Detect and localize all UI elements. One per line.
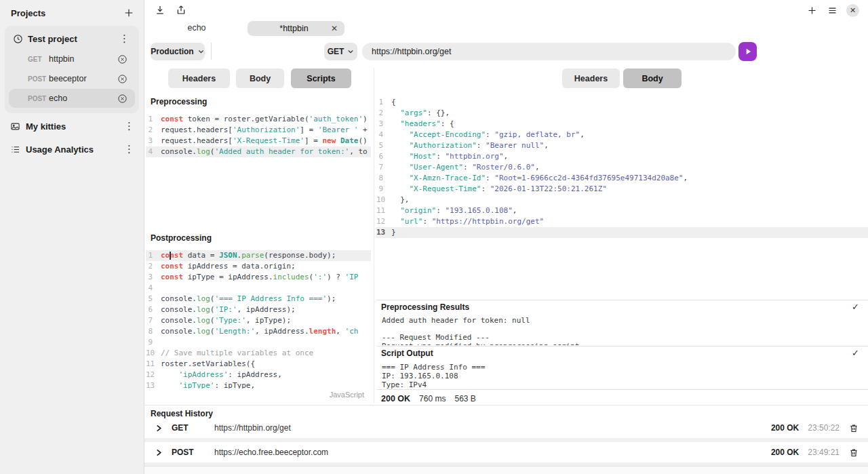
tab-response-body[interactable]: Body xyxy=(623,68,682,88)
project-items: GEThttpbinPOSTbeeceptorPOSTecho xyxy=(7,50,137,108)
list-icon xyxy=(10,144,20,155)
remove-request-button[interactable] xyxy=(116,73,129,85)
code-token: log xyxy=(197,327,210,336)
delete-history-button[interactable] xyxy=(849,423,859,433)
code-line: 11 "origin": "193.165.0.108", xyxy=(376,205,868,216)
console-line: Added auth header for token: null xyxy=(382,317,868,325)
code-text: request.headers['Authorization'] = 'Bear… xyxy=(161,125,368,134)
upload-icon xyxy=(176,5,186,16)
line-number: 11 xyxy=(376,205,391,216)
tab-response-headers[interactable]: Headers xyxy=(562,68,620,88)
sidebar-item-echo[interactable]: POSTecho xyxy=(9,89,135,108)
history-method: POST xyxy=(172,448,205,457)
script-output-section: Script Output ✓ === IP Address Info ===I… xyxy=(376,346,868,389)
section-menu-button[interactable]: ⋮ xyxy=(123,121,136,132)
line-number: 6 xyxy=(376,151,391,162)
close-icon: ✕ xyxy=(331,24,338,33)
line-number: 1 xyxy=(146,114,161,125)
request-name: beeceptor xyxy=(49,74,116,83)
code-line: 3 "headers": { xyxy=(376,119,868,130)
code-line: 4 "Accept-Encoding": "gzip, deflate, br"… xyxy=(376,130,868,140)
export-button[interactable] xyxy=(174,3,188,17)
code-token: const xyxy=(161,251,183,260)
import-button[interactable] xyxy=(153,3,167,17)
expand-toggle[interactable] xyxy=(155,448,163,457)
code-token: }, xyxy=(391,195,410,204)
line-number: 7 xyxy=(146,315,161,326)
code-text: { xyxy=(391,98,396,106)
pane-divider[interactable] xyxy=(374,68,374,403)
tab-close-button[interactable]: ✕ xyxy=(331,24,344,33)
request-name: echo xyxy=(49,94,116,103)
line-number: 5 xyxy=(376,140,391,151)
postprocessing-editor[interactable]: 1const data = JSON.parse(response.body);… xyxy=(146,250,371,389)
code-token: ipAddress = data.origin; xyxy=(183,262,296,271)
add-project-button[interactable] xyxy=(122,6,136,20)
code-token: 'Added auth header for token:' xyxy=(214,147,349,156)
code-line: 7 "User-Agent": "Roster/0.6.0", xyxy=(376,162,868,173)
close-window-button[interactable]: ✕ xyxy=(846,4,859,17)
code-token: const xyxy=(161,273,183,281)
preprocessing-results-section: Preprocessing Results ✓ Added auth heade… xyxy=(376,300,868,345)
code-token: "https://httpbin.org/get" xyxy=(432,217,545,226)
expand-toggle[interactable] xyxy=(155,424,163,433)
preprocessing-editor[interactable]: 1const token = roster.getVariable('auth_… xyxy=(146,114,371,157)
method-dropdown[interactable]: GET xyxy=(324,43,357,60)
line-number: 4 xyxy=(146,146,161,157)
line-number: 4 xyxy=(376,130,391,140)
send-button[interactable] xyxy=(738,42,757,61)
tab-request-body[interactable]: Body xyxy=(236,68,284,88)
line-number: 9 xyxy=(146,337,161,348)
code-line: 3const ipType = ipAddress.includes(':') … xyxy=(146,272,371,283)
response-body-viewer[interactable]: 1{2 "args": {},3 "headers": {4 "Accept-E… xyxy=(376,97,868,238)
history-row[interactable]: POSThttps://echo.free.beeceptor.com200 O… xyxy=(144,442,868,462)
code-token: "193.165.0.108" xyxy=(445,206,512,215)
code-text: // Save multiple variables at once xyxy=(161,349,313,357)
code-token xyxy=(161,381,179,389)
tab-httpbin[interactable]: *httpbin ✕ xyxy=(248,21,344,36)
code-token: "Authorization" xyxy=(410,141,477,150)
sidebar-section-my-kitties[interactable]: My kitties⋮ xyxy=(0,115,144,138)
code-token: : xyxy=(436,152,445,161)
code-token: : xyxy=(436,206,445,215)
sidebar-item-httpbin[interactable]: GEThttpbin xyxy=(9,50,135,68)
remove-request-button[interactable] xyxy=(116,53,129,66)
code-token: ) xyxy=(363,115,368,123)
preprocessing-results-header: Preprocessing Results ✓ xyxy=(376,300,868,313)
line-number: 13 xyxy=(146,380,161,389)
code-token xyxy=(391,141,410,150)
history-row[interactable]: GEThttps://httpbin.org/get200 OK23:50:22 xyxy=(144,418,868,438)
trash-icon xyxy=(849,423,859,433)
sidebar-section-usage-analytics[interactable]: Usage Analytics⋮ xyxy=(0,138,144,161)
code-line: 2request.headers['Authorization'] = 'Bea… xyxy=(146,125,371,136)
code-token: 'X-Request-Time' xyxy=(233,136,304,145)
main-toolbar: ✕ xyxy=(144,0,868,20)
project-menu-button[interactable]: ⋮ xyxy=(118,33,131,44)
code-token xyxy=(391,163,410,172)
environment-dropdown[interactable]: Production xyxy=(151,43,205,60)
section-label: Usage Analytics xyxy=(26,144,117,155)
project-header[interactable]: Test project ⋮ xyxy=(7,28,137,49)
console-line: --- Request Modified --- xyxy=(382,334,868,342)
trash-icon xyxy=(849,448,859,458)
sidebar-item-beeceptor[interactable]: POSTbeeceptor xyxy=(9,69,135,88)
code-token: parse xyxy=(241,251,264,260)
code-token xyxy=(391,174,410,182)
section-menu-button[interactable]: ⋮ xyxy=(123,144,136,155)
delete-history-button[interactable] xyxy=(849,448,859,458)
tab-echo[interactable]: echo xyxy=(163,20,231,35)
remove-request-button[interactable] xyxy=(116,92,129,105)
tab-request-headers[interactable]: Headers xyxy=(168,68,230,88)
check-icon: ✓ xyxy=(852,302,859,312)
code-line: 7console.log('Type:', ipType); xyxy=(146,315,371,326)
remove-circle-icon xyxy=(117,94,127,104)
menu-button[interactable] xyxy=(826,4,839,17)
new-tab-button[interactable] xyxy=(806,4,818,17)
code-token: 'IP:' xyxy=(214,305,237,314)
code-token: "origin" xyxy=(400,206,436,215)
url-input[interactable] xyxy=(362,43,736,60)
line-number: 10 xyxy=(146,348,161,359)
tab-request-scripts[interactable]: Scripts xyxy=(291,68,351,88)
code-text: "origin": "193.165.0.108", xyxy=(391,206,517,215)
code-line: 4 xyxy=(146,283,371,294)
